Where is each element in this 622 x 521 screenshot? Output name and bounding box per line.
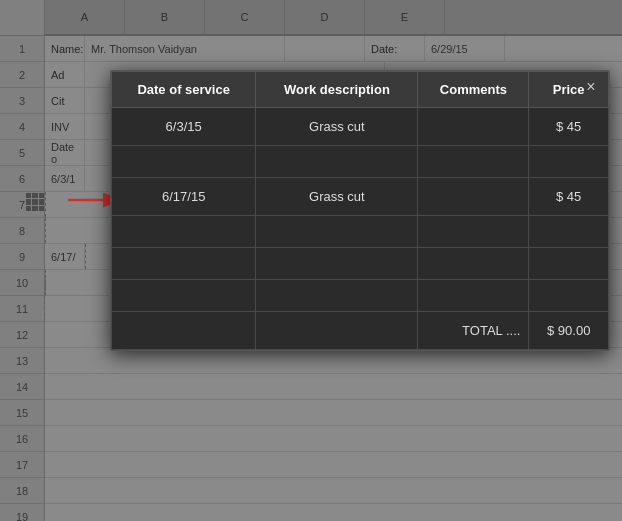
dialog-close-button[interactable]: × [581,77,601,97]
cell-date-empty-2 [112,216,256,248]
table-row [112,280,609,312]
cell-price-2: $ 45 [529,178,609,216]
cell-work-empty-2 [256,216,418,248]
invoice-table: Date of service Work description Comment… [111,71,609,350]
cell-date-empty-4 [112,280,256,312]
table-row [112,248,609,280]
cell-comments-2 [418,178,529,216]
table-row [112,216,609,248]
cell-comments-empty-2 [418,216,529,248]
cell-comments-empty-3 [418,248,529,280]
cell-work-empty-4 [256,280,418,312]
cell-date-empty-3 [112,248,256,280]
cell-work-empty-1 [256,146,418,178]
cell-price-1: $ 45 [529,108,609,146]
total-label-cell: TOTAL .... [418,312,529,350]
cell-work-1: Grass cut [256,108,418,146]
cell-price-empty-2 [529,216,609,248]
col-header-date: Date of service [112,72,256,108]
cell-comments-empty-1 [418,146,529,178]
total-empty-1 [112,312,256,350]
table-total-row: TOTAL .... $ 90.00 [112,312,609,350]
table-row [112,146,609,178]
cell-date-empty-1 [112,146,256,178]
total-value-cell: $ 90.00 [529,312,609,350]
cell-comments-empty-4 [418,280,529,312]
cell-work-empty-3 [256,248,418,280]
cell-price-empty-4 [529,280,609,312]
col-header-work: Work description [256,72,418,108]
cell-price-empty-1 [529,146,609,178]
cell-comments-1 [418,108,529,146]
invoice-dialog: × Date of service Work description Comme… [110,70,610,351]
cell-work-2: Grass cut [256,178,418,216]
table-header-row: Date of service Work description Comment… [112,72,609,108]
cell-date-1: 6/3/15 [112,108,256,146]
table-row: 6/3/15 Grass cut $ 45 [112,108,609,146]
cell-price-empty-3 [529,248,609,280]
table-row: 6/17/15 Grass cut $ 45 [112,178,609,216]
col-header-comments: Comments [418,72,529,108]
total-empty-2 [256,312,418,350]
cell-date-2: 6/17/15 [112,178,256,216]
